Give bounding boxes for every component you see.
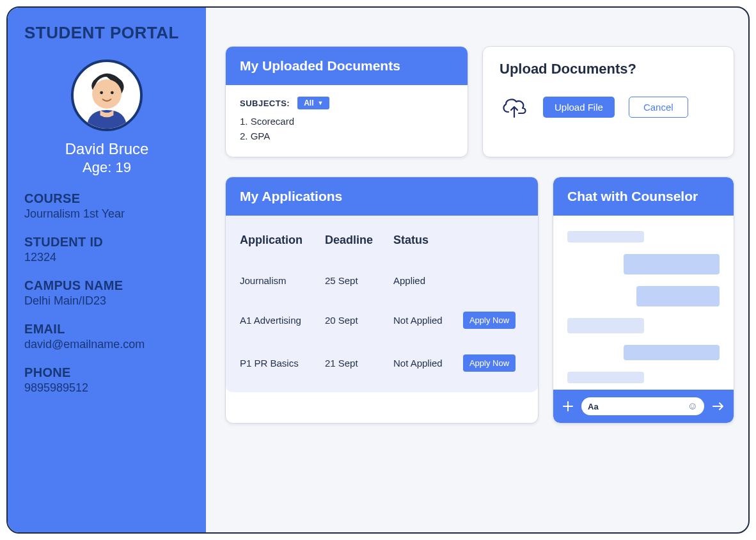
uploaded-documents-title: My Uploaded Documents [226,47,468,85]
table-row: A1 Advertising20 SeptNot AppliedApply No… [233,299,530,342]
campus-label: CAMPUS NAME [24,278,189,293]
apply-now-button[interactable]: Apply Now [463,354,516,372]
cell-deadline: 21 Sept [319,342,387,385]
document-item: 2. GPA [240,131,453,141]
document-item: 1. Scorecard [240,116,453,127]
col-deadline: Deadline [319,223,387,262]
chat-input-bar: Aa ☺ [553,390,734,423]
chat-message-sent [624,254,720,274]
chat-messages [553,216,734,390]
profile-info: COURSE Journalism 1st Year STUDENT ID 12… [24,191,189,395]
course-value: Journalism 1st Year [24,207,189,221]
apply-now-button[interactable]: Apply Now [463,312,516,329]
main-content: My Uploaded Documents SUBJECTS: All ▼ 1.… [206,8,748,532]
phone-label: PHONE [24,365,189,380]
profile-section: David Bruce Age: 19 [24,60,189,176]
upload-documents-card: Upload Documents? Upload File Cancel [482,46,734,157]
table-row: Journalism25 SeptApplied [233,262,530,299]
chat-card: Chat with Counselor Aa ☺ [553,177,734,424]
sidebar-title: STUDENT PORTAL [24,23,189,43]
subjects-label: SUBJECTS: [240,99,290,108]
uploaded-documents-card: My Uploaded Documents SUBJECTS: All ▼ 1.… [225,46,468,157]
chat-text-input[interactable]: Aa ☺ [581,397,704,415]
cell-action [457,262,530,299]
cloud-upload-icon [500,94,529,120]
chevron-down-icon: ▼ [318,100,324,106]
avatar-illustration [74,62,140,129]
table-row: P1 PR Basics21 SeptNot AppliedApply Now [233,342,530,385]
cell-application: A1 Advertising [233,299,319,342]
cell-status: Applied [387,262,457,299]
chat-message-received [567,231,644,242]
svg-point-2 [111,91,114,94]
student-name: David Bruce [65,140,149,158]
chat-message-sent [624,345,720,360]
cell-application: P1 PR Basics [233,342,319,385]
student-id-label: STUDENT ID [24,235,189,250]
col-application: Application [233,223,319,262]
attach-plus-icon[interactable] [562,401,574,412]
chat-title: Chat with Counselor [553,177,734,216]
chat-message-received [567,372,644,383]
applications-table: Application Deadline Status Journalism25… [233,223,530,385]
sidebar: STUDENT PORTAL David Bruce Age: 19 COURS… [8,8,206,532]
document-list: 1. Scorecard 2. GPA [240,116,453,141]
cell-deadline: 20 Sept [319,299,387,342]
cell-action: Apply Now [457,299,530,342]
email-value: david@emailname.com [24,338,189,351]
col-status: Status [387,223,457,262]
col-action [457,223,530,262]
email-label: EMAIL [24,322,189,337]
chat-message-sent [636,286,720,306]
cell-status: Not Applied [387,299,457,342]
cell-deadline: 25 Sept [319,262,387,299]
svg-point-1 [100,91,103,94]
campus-value: Delhi Main/ID23 [24,294,189,308]
upload-file-button[interactable]: Upload File [543,97,615,118]
phone-value: 9895989512 [24,381,189,395]
course-label: COURSE [24,191,189,206]
avatar [71,60,143,131]
send-arrow-icon[interactable] [712,401,725,411]
emoji-icon[interactable]: ☺ [688,401,698,412]
upload-title: Upload Documents? [500,61,717,77]
svg-point-0 [92,79,122,109]
cancel-button[interactable]: Cancel [629,97,688,118]
cell-action: Apply Now [457,342,530,385]
chat-message-received [567,318,644,333]
student-age: Age: 19 [83,159,131,176]
app-frame: STUDENT PORTAL David Bruce Age: 19 COURS… [6,6,750,534]
cell-status: Not Applied [387,342,457,385]
subjects-filter-label: All [304,99,313,107]
chat-input-placeholder: Aa [588,402,599,411]
cell-application: Journalism [233,262,319,299]
subjects-filter-dropdown[interactable]: All ▼ [297,97,329,109]
applications-card: My Applications Application Deadline Sta… [225,177,539,424]
applications-title: My Applications [226,177,538,216]
student-id-value: 12324 [24,251,189,264]
